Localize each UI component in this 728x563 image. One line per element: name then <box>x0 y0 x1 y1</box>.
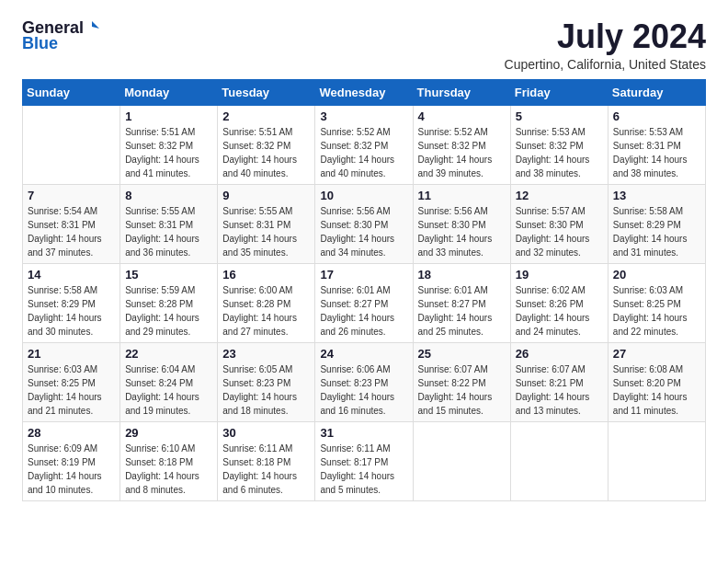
location-title: Cupertino, California, United States <box>505 57 706 72</box>
calendar-cell: 11Sunrise: 5:56 AMSunset: 8:30 PMDayligh… <box>413 184 510 263</box>
calendar-cell: 1Sunrise: 5:51 AMSunset: 8:32 PMDaylight… <box>120 105 218 184</box>
calendar-cell <box>510 421 608 500</box>
calendar-cell: 30Sunrise: 6:11 AMSunset: 8:18 PMDayligh… <box>218 421 315 500</box>
day-detail: Sunrise: 6:11 AMSunset: 8:17 PMDaylight:… <box>320 442 407 497</box>
calendar-week-5: 28Sunrise: 6:09 AMSunset: 8:19 PMDayligh… <box>23 421 706 500</box>
day-detail: Sunrise: 5:59 AMSunset: 8:28 PMDaylight:… <box>125 283 212 339</box>
calendar-cell: 27Sunrise: 6:08 AMSunset: 8:20 PMDayligh… <box>608 342 705 421</box>
calendar-cell: 12Sunrise: 5:57 AMSunset: 8:30 PMDayligh… <box>510 184 608 263</box>
calendar-cell: 18Sunrise: 6:01 AMSunset: 8:27 PMDayligh… <box>413 263 510 342</box>
calendar-week-3: 14Sunrise: 5:58 AMSunset: 8:29 PMDayligh… <box>23 263 706 342</box>
day-number: 19 <box>516 268 603 282</box>
day-number: 3 <box>320 109 407 123</box>
day-number: 24 <box>320 347 407 361</box>
day-detail: Sunrise: 5:54 AMSunset: 8:31 PMDaylight:… <box>28 204 115 259</box>
svg-marker-0 <box>92 21 99 29</box>
title-area: July 2024 Cupertino, California, United … <box>505 18 706 72</box>
calendar-cell: 17Sunrise: 6:01 AMSunset: 8:27 PMDayligh… <box>315 263 413 342</box>
calendar-cell: 4Sunrise: 5:52 AMSunset: 8:32 PMDaylight… <box>413 105 510 184</box>
day-number: 11 <box>418 189 506 202</box>
calendar-cell: 22Sunrise: 6:04 AMSunset: 8:24 PMDayligh… <box>120 342 218 421</box>
day-number: 9 <box>222 189 310 202</box>
day-detail: Sunrise: 5:56 AMSunset: 8:30 PMDaylight:… <box>418 204 506 259</box>
day-number: 26 <box>516 347 603 361</box>
day-number: 8 <box>125 189 212 202</box>
day-detail: Sunrise: 6:06 AMSunset: 8:23 PMDaylight:… <box>320 362 407 418</box>
calendar-cell: 19Sunrise: 6:02 AMSunset: 8:26 PMDayligh… <box>510 263 608 342</box>
calendar-cell: 6Sunrise: 5:53 AMSunset: 8:31 PMDaylight… <box>608 105 705 184</box>
logo-bird-icon <box>85 19 99 34</box>
day-detail: Sunrise: 5:55 AMSunset: 8:31 PMDaylight:… <box>125 204 212 259</box>
calendar-cell: 10Sunrise: 5:56 AMSunset: 8:30 PMDayligh… <box>315 184 413 263</box>
calendar-cell: 16Sunrise: 6:00 AMSunset: 8:28 PMDayligh… <box>218 263 315 342</box>
calendar-cell: 23Sunrise: 6:05 AMSunset: 8:23 PMDayligh… <box>218 342 315 421</box>
logo-blue-text: Blue <box>22 34 58 53</box>
calendar-cell: 29Sunrise: 6:10 AMSunset: 8:18 PMDayligh… <box>120 421 218 500</box>
day-detail: Sunrise: 6:01 AMSunset: 8:27 PMDaylight:… <box>418 283 506 339</box>
weekday-header-saturday: Saturday <box>608 79 705 105</box>
day-number: 15 <box>125 268 212 282</box>
calendar-cell <box>608 421 705 500</box>
day-detail: Sunrise: 6:03 AMSunset: 8:25 PMDaylight:… <box>28 362 115 418</box>
day-detail: Sunrise: 6:09 AMSunset: 8:19 PMDaylight:… <box>28 442 115 497</box>
calendar-cell <box>23 105 120 184</box>
day-detail: Sunrise: 6:04 AMSunset: 8:24 PMDaylight:… <box>125 362 212 418</box>
weekday-header-tuesday: Tuesday <box>218 79 315 105</box>
day-number: 7 <box>28 189 115 202</box>
day-number: 16 <box>222 268 310 282</box>
calendar-header-row: SundayMondayTuesdayWednesdayThursdayFrid… <box>23 79 706 105</box>
day-number: 10 <box>320 189 407 202</box>
day-number: 28 <box>28 426 115 440</box>
calendar-cell: 2Sunrise: 5:51 AMSunset: 8:32 PMDaylight… <box>218 105 315 184</box>
calendar-week-1: 1Sunrise: 5:51 AMSunset: 8:32 PMDaylight… <box>23 105 706 184</box>
day-detail: Sunrise: 5:58 AMSunset: 8:29 PMDaylight:… <box>613 204 700 259</box>
day-number: 23 <box>222 347 310 361</box>
day-detail: Sunrise: 6:01 AMSunset: 8:27 PMDaylight:… <box>320 283 407 339</box>
day-detail: Sunrise: 6:02 AMSunset: 8:26 PMDaylight:… <box>516 283 603 339</box>
day-number: 12 <box>516 189 603 202</box>
day-number: 21 <box>28 347 115 361</box>
day-detail: Sunrise: 5:51 AMSunset: 8:32 PMDaylight:… <box>222 125 310 180</box>
day-number: 13 <box>613 189 700 202</box>
weekday-header-monday: Monday <box>120 79 218 105</box>
day-detail: Sunrise: 6:07 AMSunset: 8:22 PMDaylight:… <box>418 362 506 418</box>
weekday-header-sunday: Sunday <box>23 79 120 105</box>
day-detail: Sunrise: 6:08 AMSunset: 8:20 PMDaylight:… <box>613 362 700 418</box>
calendar-cell: 14Sunrise: 5:58 AMSunset: 8:29 PMDayligh… <box>23 263 120 342</box>
day-number: 20 <box>613 268 700 282</box>
day-number: 31 <box>320 426 407 440</box>
day-detail: Sunrise: 6:05 AMSunset: 8:23 PMDaylight:… <box>222 362 310 418</box>
calendar-cell <box>413 421 510 500</box>
calendar-body: 1Sunrise: 5:51 AMSunset: 8:32 PMDaylight… <box>23 105 706 500</box>
weekday-header-thursday: Thursday <box>413 79 510 105</box>
day-detail: Sunrise: 5:51 AMSunset: 8:32 PMDaylight:… <box>125 125 212 180</box>
day-detail: Sunrise: 6:00 AMSunset: 8:28 PMDaylight:… <box>222 283 310 339</box>
calendar-cell: 20Sunrise: 6:03 AMSunset: 8:25 PMDayligh… <box>608 263 705 342</box>
day-number: 18 <box>418 268 506 282</box>
calendar-cell: 7Sunrise: 5:54 AMSunset: 8:31 PMDaylight… <box>23 184 120 263</box>
month-title: July 2024 <box>505 18 706 55</box>
calendar-cell: 3Sunrise: 5:52 AMSunset: 8:32 PMDaylight… <box>315 105 413 184</box>
calendar-week-2: 7Sunrise: 5:54 AMSunset: 8:31 PMDaylight… <box>23 184 706 263</box>
calendar-cell: 31Sunrise: 6:11 AMSunset: 8:17 PMDayligh… <box>315 421 413 500</box>
day-detail: Sunrise: 6:07 AMSunset: 8:21 PMDaylight:… <box>516 362 603 418</box>
day-detail: Sunrise: 5:57 AMSunset: 8:30 PMDaylight:… <box>516 204 603 259</box>
day-number: 22 <box>125 347 212 361</box>
calendar-cell: 8Sunrise: 5:55 AMSunset: 8:31 PMDaylight… <box>120 184 218 263</box>
calendar-cell: 24Sunrise: 6:06 AMSunset: 8:23 PMDayligh… <box>315 342 413 421</box>
day-number: 4 <box>418 109 506 123</box>
calendar-cell: 15Sunrise: 5:59 AMSunset: 8:28 PMDayligh… <box>120 263 218 342</box>
day-detail: Sunrise: 5:56 AMSunset: 8:30 PMDaylight:… <box>320 204 407 259</box>
day-number: 1 <box>125 109 212 123</box>
day-number: 2 <box>222 109 310 123</box>
day-detail: Sunrise: 6:10 AMSunset: 8:18 PMDaylight:… <box>125 442 212 497</box>
day-detail: Sunrise: 5:58 AMSunset: 8:29 PMDaylight:… <box>28 283 115 339</box>
weekday-header-wednesday: Wednesday <box>315 79 413 105</box>
day-number: 27 <box>613 347 700 361</box>
calendar-week-4: 21Sunrise: 6:03 AMSunset: 8:25 PMDayligh… <box>23 342 706 421</box>
logo: General Blue <box>22 18 99 53</box>
calendar-cell: 21Sunrise: 6:03 AMSunset: 8:25 PMDayligh… <box>23 342 120 421</box>
day-number: 14 <box>28 268 115 282</box>
day-detail: Sunrise: 5:53 AMSunset: 8:31 PMDaylight:… <box>613 125 700 180</box>
page-header: General Blue July 2024 Cupertino, Califo… <box>22 18 706 72</box>
